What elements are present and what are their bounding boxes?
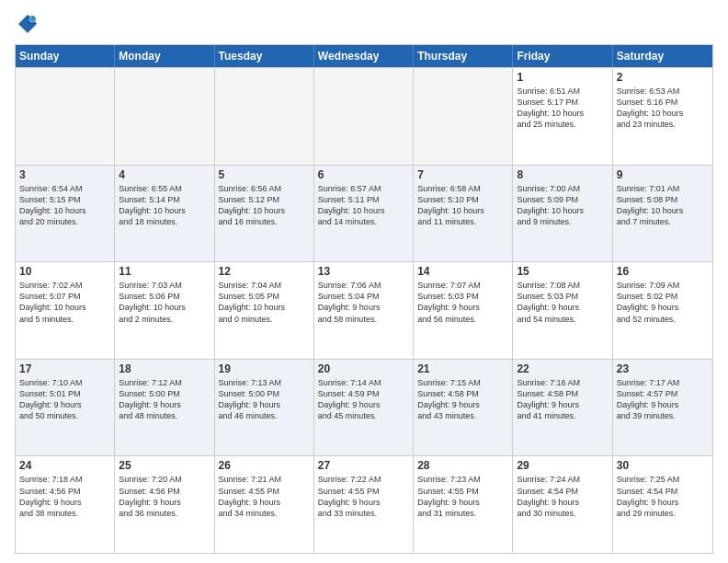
- day-info: Sunrise: 6:58 AM Sunset: 5:10 PM Dayligh…: [417, 183, 508, 228]
- day-info: Sunrise: 6:55 AM Sunset: 5:14 PM Dayligh…: [119, 183, 210, 228]
- logo: [15, 11, 44, 37]
- calendar-cell-r1-c4: 7Sunrise: 6:58 AM Sunset: 5:10 PM Daylig…: [414, 166, 513, 262]
- calendar-cell-r1-c2: 5Sunrise: 6:56 AM Sunset: 5:12 PM Daylig…: [215, 166, 314, 262]
- calendar-week-1: 1Sunrise: 6:51 AM Sunset: 5:17 PM Daylig…: [16, 67, 712, 165]
- day-number: 30: [617, 459, 709, 472]
- calendar-cell-r2-c2: 12Sunrise: 7:04 AM Sunset: 5:05 PM Dayli…: [215, 262, 314, 359]
- page: SundayMondayTuesdayWednesdayThursdayFrid…: [0, 0, 728, 563]
- day-number: 21: [417, 362, 508, 375]
- day-info: Sunrise: 7:21 AM Sunset: 4:55 PM Dayligh…: [219, 474, 310, 519]
- day-number: 8: [517, 168, 608, 181]
- day-number: 1: [517, 71, 608, 84]
- day-number: 15: [517, 265, 608, 278]
- day-info: Sunrise: 7:08 AM Sunset: 5:03 PM Dayligh…: [517, 280, 608, 325]
- day-number: 5: [219, 168, 310, 181]
- day-info: Sunrise: 7:01 AM Sunset: 5:08 PM Dayligh…: [617, 183, 709, 228]
- calendar-cell-r2-c3: 13Sunrise: 7:06 AM Sunset: 5:04 PM Dayli…: [314, 262, 414, 359]
- day-number: 3: [19, 168, 110, 181]
- calendar-cell-r3-c3: 20Sunrise: 7:14 AM Sunset: 4:59 PM Dayli…: [314, 360, 414, 456]
- col-header-wednesday: Wednesday: [314, 45, 414, 67]
- calendar-cell-r2-c5: 15Sunrise: 7:08 AM Sunset: 5:03 PM Dayli…: [513, 262, 612, 359]
- day-number: 23: [617, 362, 709, 375]
- calendar-cell-r0-c5: 1Sunrise: 6:51 AM Sunset: 5:17 PM Daylig…: [513, 68, 612, 165]
- calendar-cell-r3-c5: 22Sunrise: 7:16 AM Sunset: 4:58 PM Dayli…: [513, 360, 612, 456]
- day-info: Sunrise: 7:18 AM Sunset: 4:56 PM Dayligh…: [19, 474, 110, 519]
- day-number: 29: [517, 459, 608, 472]
- calendar-cell-r0-c4: [414, 68, 513, 165]
- calendar-cell-r4-c5: 29Sunrise: 7:24 AM Sunset: 4:54 PM Dayli…: [513, 456, 612, 553]
- day-number: 18: [119, 362, 210, 375]
- day-number: 11: [119, 265, 210, 278]
- col-header-monday: Monday: [115, 45, 214, 67]
- calendar-cell-r2-c6: 16Sunrise: 7:09 AM Sunset: 5:02 PM Dayli…: [613, 262, 712, 359]
- calendar-cell-r1-c6: 9Sunrise: 7:01 AM Sunset: 5:08 PM Daylig…: [613, 166, 712, 262]
- calendar-cell-r2-c0: 10Sunrise: 7:02 AM Sunset: 5:07 PM Dayli…: [16, 262, 115, 359]
- day-info: Sunrise: 6:57 AM Sunset: 5:11 PM Dayligh…: [318, 183, 409, 228]
- day-info: Sunrise: 7:22 AM Sunset: 4:55 PM Dayligh…: [318, 474, 409, 519]
- day-number: 24: [19, 459, 110, 472]
- day-info: Sunrise: 6:53 AM Sunset: 5:16 PM Dayligh…: [617, 86, 709, 131]
- day-info: Sunrise: 7:15 AM Sunset: 4:58 PM Dayligh…: [417, 377, 508, 422]
- day-info: Sunrise: 7:10 AM Sunset: 5:01 PM Dayligh…: [19, 377, 110, 422]
- day-info: Sunrise: 7:25 AM Sunset: 4:54 PM Dayligh…: [617, 474, 709, 519]
- calendar-cell-r3-c2: 19Sunrise: 7:13 AM Sunset: 5:00 PM Dayli…: [215, 360, 314, 456]
- col-header-friday: Friday: [513, 45, 612, 67]
- calendar-body: 1Sunrise: 6:51 AM Sunset: 5:17 PM Daylig…: [16, 67, 712, 553]
- day-number: 17: [19, 362, 110, 375]
- day-info: Sunrise: 7:14 AM Sunset: 4:59 PM Dayligh…: [318, 377, 409, 422]
- day-info: Sunrise: 7:00 AM Sunset: 5:09 PM Dayligh…: [517, 183, 608, 228]
- calendar: SundayMondayTuesdayWednesdayThursdayFrid…: [15, 44, 713, 554]
- col-header-thursday: Thursday: [414, 45, 513, 67]
- calendar-cell-r1-c0: 3Sunrise: 6:54 AM Sunset: 5:15 PM Daylig…: [16, 166, 115, 262]
- calendar-cell-r2-c1: 11Sunrise: 7:03 AM Sunset: 5:06 PM Dayli…: [115, 262, 214, 359]
- calendar-cell-r1-c1: 4Sunrise: 6:55 AM Sunset: 5:14 PM Daylig…: [115, 166, 214, 262]
- day-info: Sunrise: 7:07 AM Sunset: 5:03 PM Dayligh…: [417, 280, 508, 325]
- day-number: 13: [318, 265, 409, 278]
- calendar-header-row: SundayMondayTuesdayWednesdayThursdayFrid…: [16, 45, 712, 67]
- day-info: Sunrise: 6:56 AM Sunset: 5:12 PM Dayligh…: [219, 183, 310, 228]
- calendar-cell-r4-c6: 30Sunrise: 7:25 AM Sunset: 4:54 PM Dayli…: [613, 456, 712, 553]
- calendar-cell-r4-c1: 25Sunrise: 7:20 AM Sunset: 4:56 PM Dayli…: [115, 456, 214, 553]
- day-info: Sunrise: 7:16 AM Sunset: 4:58 PM Dayligh…: [517, 377, 608, 422]
- day-number: 27: [318, 459, 409, 472]
- day-info: Sunrise: 7:24 AM Sunset: 4:54 PM Dayligh…: [517, 474, 608, 519]
- day-number: 9: [617, 168, 709, 181]
- calendar-cell-r4-c0: 24Sunrise: 7:18 AM Sunset: 4:56 PM Dayli…: [16, 456, 115, 553]
- calendar-cell-r3-c1: 18Sunrise: 7:12 AM Sunset: 5:00 PM Dayli…: [115, 360, 214, 456]
- calendar-cell-r0-c1: [115, 68, 214, 165]
- day-info: Sunrise: 7:23 AM Sunset: 4:55 PM Dayligh…: [417, 474, 508, 519]
- day-info: Sunrise: 7:20 AM Sunset: 4:56 PM Dayligh…: [119, 474, 210, 519]
- logo-icon: [15, 11, 40, 37]
- calendar-week-3: 10Sunrise: 7:02 AM Sunset: 5:07 PM Dayli…: [16, 261, 712, 359]
- calendar-cell-r0-c2: [215, 68, 314, 165]
- day-number: 22: [517, 362, 608, 375]
- calendar-cell-r4-c2: 26Sunrise: 7:21 AM Sunset: 4:55 PM Dayli…: [215, 456, 314, 553]
- day-info: Sunrise: 7:09 AM Sunset: 5:02 PM Dayligh…: [617, 280, 709, 325]
- col-header-tuesday: Tuesday: [215, 45, 314, 67]
- day-info: Sunrise: 7:13 AM Sunset: 5:00 PM Dayligh…: [219, 377, 310, 422]
- day-number: 12: [219, 265, 310, 278]
- calendar-cell-r4-c4: 28Sunrise: 7:23 AM Sunset: 4:55 PM Dayli…: [414, 456, 513, 553]
- calendar-cell-r0-c0: [16, 68, 115, 165]
- col-header-sunday: Sunday: [16, 45, 115, 67]
- calendar-cell-r2-c4: 14Sunrise: 7:07 AM Sunset: 5:03 PM Dayli…: [414, 262, 513, 359]
- calendar-cell-r4-c3: 27Sunrise: 7:22 AM Sunset: 4:55 PM Dayli…: [314, 456, 414, 553]
- day-number: 2: [617, 71, 709, 84]
- calendar-cell-r1-c3: 6Sunrise: 6:57 AM Sunset: 5:11 PM Daylig…: [314, 166, 414, 262]
- calendar-cell-r3-c0: 17Sunrise: 7:10 AM Sunset: 5:01 PM Dayli…: [16, 360, 115, 456]
- day-info: Sunrise: 7:02 AM Sunset: 5:07 PM Dayligh…: [19, 280, 110, 325]
- day-info: Sunrise: 7:06 AM Sunset: 5:04 PM Dayligh…: [318, 280, 409, 325]
- calendar-cell-r3-c6: 23Sunrise: 7:17 AM Sunset: 4:57 PM Dayli…: [613, 360, 712, 456]
- day-number: 19: [219, 362, 310, 375]
- day-number: 7: [417, 168, 508, 181]
- day-number: 16: [617, 265, 709, 278]
- day-info: Sunrise: 7:12 AM Sunset: 5:00 PM Dayligh…: [119, 377, 210, 422]
- day-number: 26: [219, 459, 310, 472]
- header: [15, 11, 713, 37]
- calendar-cell-r0-c6: 2Sunrise: 6:53 AM Sunset: 5:16 PM Daylig…: [613, 68, 712, 165]
- day-number: 6: [318, 168, 409, 181]
- day-number: 28: [417, 459, 508, 472]
- calendar-week-4: 17Sunrise: 7:10 AM Sunset: 5:01 PM Dayli…: [16, 359, 712, 456]
- calendar-cell-r3-c4: 21Sunrise: 7:15 AM Sunset: 4:58 PM Dayli…: [414, 360, 513, 456]
- day-number: 10: [19, 265, 110, 278]
